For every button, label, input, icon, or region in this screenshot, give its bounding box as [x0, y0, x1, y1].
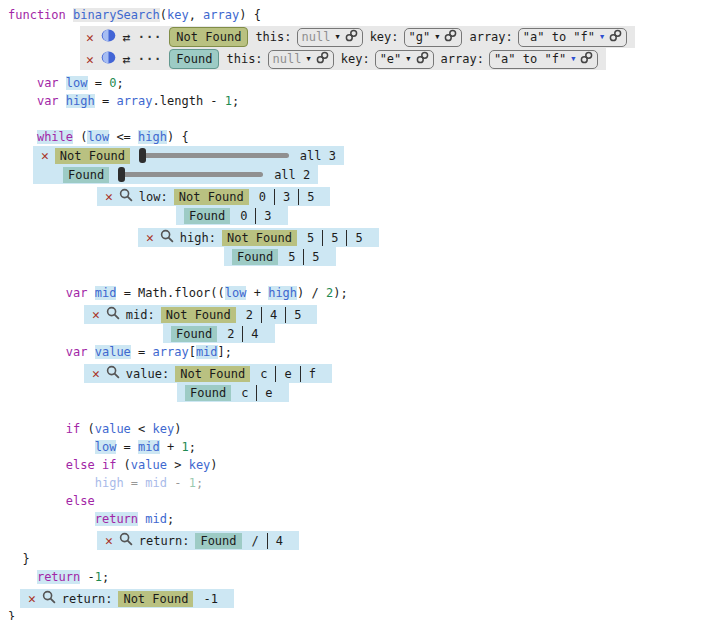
search-icon[interactable] — [106, 365, 120, 382]
toggle-icon[interactable] — [101, 51, 116, 67]
code-token: low — [66, 76, 88, 90]
code-line: return -1; — [0, 568, 712, 586]
value-dropdown[interactable]: "e"▼ — [375, 50, 434, 69]
code-token: + — [160, 440, 182, 454]
probe-values: 555 — [303, 230, 371, 246]
trace-panel-row: ✕⇄···Foundthis:null▼key:"e"▼array:"a" to… — [80, 48, 606, 70]
code-token: high — [268, 286, 297, 300]
close-icon[interactable]: ✕ — [86, 53, 94, 66]
code-token: <= — [109, 130, 138, 144]
probe-values: 035 — [255, 189, 323, 205]
iteration-slider-row: ✕Not Foundall 3 — [33, 146, 344, 165]
code-token: - — [167, 476, 189, 490]
more-options-icon[interactable]: ··· — [138, 53, 163, 65]
link-icon[interactable] — [316, 51, 329, 67]
code-token: } — [8, 552, 30, 566]
found-badge: Found — [195, 533, 241, 549]
value-dropdown[interactable]: "g"▼ — [404, 28, 463, 47]
search-icon[interactable] — [106, 306, 120, 323]
close-icon[interactable]: ✕ — [86, 31, 94, 44]
code-token: value — [95, 345, 131, 359]
code-token: ( — [73, 130, 87, 144]
probe-values: 03 — [236, 208, 279, 224]
code-line: var value = array[mid]; — [0, 343, 712, 361]
chevron-down-icon[interactable]: ▼ — [335, 34, 339, 41]
code-line: return mid; — [0, 510, 712, 528]
chevron-down-icon[interactable]: ▼ — [600, 34, 604, 41]
iteration-slider-row: Foundall 2 — [33, 165, 318, 184]
close-icon[interactable]: ✕ — [28, 592, 36, 605]
probe-variable-label: high: — [180, 231, 216, 245]
probe-value: 5 — [303, 230, 322, 246]
probe-variable-label: low: — [139, 190, 168, 204]
code-token: + — [246, 286, 268, 300]
code-token: low — [87, 130, 109, 144]
search-icon[interactable] — [42, 590, 56, 607]
swap-arrows-icon[interactable]: ⇄ — [123, 31, 131, 44]
probe-values: /4 — [248, 533, 291, 549]
probe-row: ✕return:Found/4 — [97, 531, 299, 550]
link-icon[interactable] — [345, 29, 358, 45]
panel-field: key:"g"▼ — [370, 28, 463, 47]
swap-arrows-icon[interactable]: ⇄ — [123, 53, 131, 66]
link-icon[interactable] — [416, 51, 429, 67]
code-token: > — [167, 458, 189, 472]
value-dropdown[interactable]: "a" to "f"▼ — [489, 50, 598, 69]
probe-variable-label: return: — [62, 592, 113, 606]
code-token: if — [66, 422, 80, 436]
probe-variable-label: value: — [126, 367, 169, 381]
not-found-badge: Not Found — [174, 189, 249, 205]
chevron-down-icon[interactable]: ▼ — [571, 56, 575, 63]
search-icon[interactable] — [119, 188, 133, 205]
code-token — [8, 130, 37, 144]
close-icon[interactable]: ✕ — [92, 367, 100, 380]
more-options-icon[interactable]: ··· — [138, 31, 163, 43]
code-token: ; — [116, 76, 123, 90]
field-value: "a" to "f" — [494, 52, 566, 66]
chevron-down-icon[interactable]: ▼ — [307, 56, 311, 63]
close-icon[interactable]: ✕ — [41, 149, 49, 162]
code-line: var high = array.length - 1; — [0, 92, 712, 110]
code-token: var — [37, 94, 59, 108]
code-token: mid — [145, 476, 167, 490]
panel-field: array:"a" to "f"▼ — [469, 28, 627, 47]
probe-row: Found55 — [224, 247, 336, 266]
link-icon[interactable] — [609, 29, 622, 45]
code-token: var — [66, 345, 88, 359]
slider-thumb[interactable] — [139, 148, 146, 163]
search-icon[interactable] — [160, 229, 174, 246]
code-token: = — [131, 345, 153, 359]
chevron-down-icon[interactable]: ▼ — [435, 34, 439, 41]
code-token: ( — [116, 458, 130, 472]
slider-thumb[interactable] — [118, 167, 125, 182]
found-badge[interactable]: Found — [169, 49, 219, 69]
code-token: ; — [167, 512, 174, 526]
field-label: this: — [226, 52, 262, 66]
value-dropdown[interactable]: "a" to "f"▼ — [518, 28, 627, 47]
probe-row: ✕high:Not Found555 — [138, 228, 379, 247]
code-line: var low = 0; — [0, 74, 712, 92]
value-dropdown[interactable]: null▼ — [268, 50, 334, 69]
close-icon[interactable]: ✕ — [92, 308, 100, 321]
code-token: 1 — [225, 94, 232, 108]
chevron-down-icon[interactable]: ▼ — [406, 56, 410, 63]
probe-value: c — [256, 366, 275, 382]
code-token: = Math.floor(( — [116, 286, 224, 300]
not-found-badge[interactable]: Not Found — [169, 27, 248, 47]
code-token — [8, 512, 95, 526]
code-token — [8, 440, 95, 454]
link-icon[interactable] — [580, 51, 593, 67]
code-token: < — [131, 422, 153, 436]
iteration-slider[interactable] — [120, 172, 263, 177]
probe-value: 0 — [236, 208, 255, 224]
search-icon[interactable] — [119, 532, 133, 549]
value-dropdown[interactable]: null▼ — [297, 28, 363, 47]
link-icon[interactable] — [444, 29, 457, 45]
toggle-icon[interactable] — [101, 29, 116, 45]
iteration-slider[interactable] — [141, 153, 289, 158]
close-icon[interactable]: ✕ — [146, 231, 154, 244]
found-badge: Found — [63, 167, 109, 183]
close-icon[interactable]: ✕ — [105, 534, 113, 547]
probe-value: f — [300, 366, 324, 382]
close-icon[interactable]: ✕ — [105, 190, 113, 203]
